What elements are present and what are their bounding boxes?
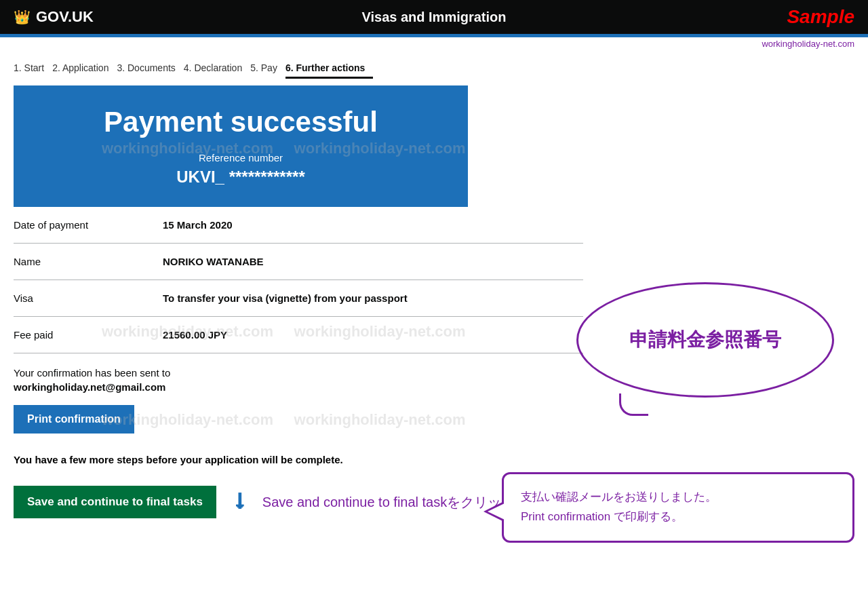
oval-bubble: 申請料金参照番号 [576,282,834,398]
detail-row-date: Date of payment 15 March 2020 [14,207,583,244]
confirmation-email: workingholiday.net@gmail.com [14,381,583,393]
header-title: Visas and Immigration [361,9,506,25]
detail-row-visa: Visa To transfer your visa (vignette) fr… [14,280,583,317]
fee-label: Fee paid [14,329,163,341]
fee-value: 21560.00 JPY [163,329,227,341]
detail-row-fee: Fee paid 21560.00 JPY [14,317,583,353]
main-content: workingholiday-net.com workingholiday-ne… [0,85,868,532]
name-label: Name [14,256,163,267]
date-label: Date of payment [14,219,163,231]
step-1[interactable]: 1. Start [14,57,52,79]
step-5[interactable]: 5. Pay [250,57,285,79]
sample-watermark: Sample [787,6,854,28]
visa-label: Visa [14,292,163,304]
print-confirmation-button[interactable]: Print confirmation [14,405,134,434]
step-2[interactable]: 2. Application [52,57,117,79]
annotation-line2: Print confirmation で印刷する。 [521,507,835,527]
website-label: workingholiday-net.com [762,39,854,49]
visa-value: To transfer your visa (vignette) from yo… [163,292,408,304]
details-section: Date of payment 15 March 2020 Name NORIK… [14,207,583,353]
payment-title: Payment successful [27,106,454,138]
crown-icon: 👑 [14,9,31,25]
detail-row-name: Name NORIKO WATANABE [14,244,583,280]
payment-panel: Payment successful Reference number UKVI… [14,85,468,207]
annotation-line1: 支払い確認メールをお送りしました。 [521,488,835,507]
date-value: 15 March 2020 [163,219,233,231]
step-6[interactable]: 6. Further actions [285,57,373,79]
gov-logo: 👑 GOV.UK [14,8,94,26]
sub-header: workingholiday-net.com [0,37,868,50]
annotation-text-1: 申請料金参照番号 [629,327,781,353]
save-continue-button[interactable]: Save and continue to final tasks [14,486,216,518]
header: 👑 GOV.UK Visas and Immigration Sample [0,0,868,34]
confirmation-sent-text: Your confirmation has been sent to [14,367,583,379]
step-3[interactable]: 3. Documents [117,57,183,79]
steps-notice: You have a few more steps before your ap… [14,454,583,465]
step-4[interactable]: 4. Declaration [184,57,250,79]
name-value: NORIKO WATANABE [163,256,264,267]
progress-nav: 1. Start 2. Application 3. Documents 4. … [0,50,868,79]
arrow-icon: 🠗 [230,491,249,514]
steps-notice-text: You have a few more steps before your ap… [14,454,583,465]
logo-text: GOV.UK [36,8,94,26]
reference-number: UKVI_ ************ [27,168,454,187]
speech-box: 支払い確認メールをお送りしました。 Print confirmation で印刷… [502,472,854,543]
confirmation-section: Your confirmation has been sent to worki… [14,367,583,434]
print-annotation: 支払い確認メールをお送りしました。 Print confirmation で印刷… [502,472,854,543]
reference-label: Reference number [27,152,454,163]
